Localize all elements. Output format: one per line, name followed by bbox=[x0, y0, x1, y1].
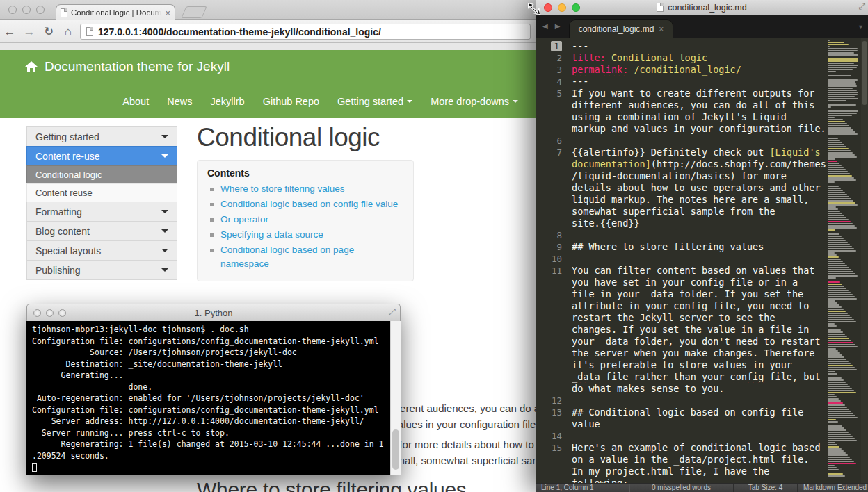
terminal-window[interactable]: 1. Python ⤢ tjohnson-mbpr13:jekyll-doc t… bbox=[26, 304, 401, 475]
minimap-row bbox=[828, 336, 847, 337]
terminal-resize-icon[interactable]: ⤢ bbox=[389, 306, 396, 318]
editor-back-icon[interactable]: ◀ bbox=[542, 22, 548, 30]
editor-minimize-icon[interactable] bbox=[558, 3, 566, 12]
terminal-body[interactable]: tjohnson-mbpr13:jekyll-doc tjohnson$ . d… bbox=[26, 321, 401, 475]
minimap-row bbox=[828, 463, 856, 464]
nav-item-more-drop-downs[interactable]: More drop-downs bbox=[431, 96, 518, 107]
sidebar-item-blog-content[interactable]: Blog content bbox=[26, 221, 177, 241]
minimap-row bbox=[828, 265, 847, 266]
minimap-row bbox=[828, 254, 837, 256]
toc-link[interactable]: Specifying a data source bbox=[220, 229, 323, 240]
minimap-row bbox=[828, 100, 846, 101]
minimap-row bbox=[828, 319, 854, 320]
minimap-row bbox=[828, 317, 852, 318]
minimap-row bbox=[828, 281, 840, 283]
sidebar-item-label: Conditional logic bbox=[35, 170, 102, 180]
sidebar-item-conditional-logic[interactable]: Conditional logic bbox=[26, 165, 177, 184]
toc-item: Specifying a data source bbox=[207, 228, 403, 242]
minimap[interactable] bbox=[828, 40, 860, 482]
terminal-scrollbar-thumb[interactable] bbox=[392, 429, 399, 470]
editor-window[interactable]: conditional_logic.md ⤢ ◀ ▶ conditional_l… bbox=[536, 0, 868, 492]
nav-item-news[interactable]: News bbox=[167, 96, 192, 107]
minimap-row bbox=[828, 200, 853, 202]
browser-tab[interactable]: Conditional logic | Docume × bbox=[56, 4, 175, 20]
minimap-row bbox=[828, 359, 846, 360]
minimap-row bbox=[828, 67, 857, 68]
code-line: 10 bbox=[536, 253, 868, 265]
line-number: 15 bbox=[536, 442, 572, 454]
toc-link[interactable]: Where to store filtering values bbox=[220, 183, 345, 194]
sidebar-item-content-reuse[interactable]: Content reuse bbox=[26, 183, 177, 202]
minimap-row bbox=[828, 158, 835, 160]
terminal-titlebar[interactable]: 1. Python ⤢ bbox=[26, 304, 401, 321]
code-text: permalink: /conditional_logic/ bbox=[572, 64, 868, 76]
sidebar-item-label: Getting started bbox=[35, 131, 99, 142]
minimap-row bbox=[828, 256, 839, 258]
sidebar-item-formatting[interactable]: Formatting bbox=[26, 202, 177, 222]
reload-icon[interactable]: ↻ bbox=[39, 26, 58, 38]
code-text bbox=[572, 229, 868, 241]
minimap-row bbox=[828, 284, 842, 285]
nav-item-about[interactable]: About bbox=[122, 96, 149, 107]
browser-window-controls[interactable] bbox=[8, 6, 45, 14]
forward-icon[interactable]: → bbox=[19, 26, 39, 38]
nav-item-jekyllrb[interactable]: Jekyllrb bbox=[210, 96, 244, 107]
code-text: different audiences, you can do all of t… bbox=[572, 99, 868, 111]
toc-link[interactable]: Or operator bbox=[220, 214, 268, 224]
editor-code-area[interactable]: 1---2title: Conditional logic3permalink:… bbox=[536, 38, 868, 483]
terminal-zoom-icon[interactable] bbox=[58, 309, 66, 317]
address-bar[interactable]: 127.0.0.1:4000/documentation-theme-jekyl… bbox=[80, 24, 531, 40]
line-number bbox=[536, 466, 572, 477]
toc-link[interactable]: Conditional logic based on page namespac… bbox=[220, 245, 354, 269]
terminal-window-controls[interactable] bbox=[33, 309, 66, 317]
maximize-window-icon[interactable] bbox=[36, 6, 45, 14]
chevron-down-icon bbox=[161, 135, 168, 138]
minimap-row bbox=[828, 290, 849, 291]
minimap-row bbox=[828, 113, 857, 114]
terminal-minimize-icon[interactable] bbox=[46, 309, 54, 317]
editor-tab-close-icon[interactable]: × bbox=[659, 24, 664, 34]
tab-close-icon[interactable]: × bbox=[165, 8, 170, 17]
home-icon[interactable]: ⌂ bbox=[58, 26, 78, 38]
new-tab-button[interactable] bbox=[181, 6, 207, 18]
status-tab-size[interactable]: Tab Size: 4 bbox=[734, 484, 798, 492]
terminal-close-icon[interactable] bbox=[33, 309, 41, 317]
minimap-row bbox=[828, 104, 856, 106]
nav-item-github-repo[interactable]: Github Repo bbox=[263, 96, 319, 107]
editor-close-icon[interactable] bbox=[544, 3, 552, 12]
code-line: changes. If you set the value in a file … bbox=[536, 324, 868, 336]
minimap-row bbox=[828, 211, 840, 212]
sidebar-item-getting-started[interactable]: Getting started bbox=[26, 126, 177, 147]
minimap-row bbox=[828, 148, 849, 149]
minimap-row bbox=[828, 386, 850, 387]
editor-scrollbar[interactable] bbox=[861, 38, 868, 483]
site-brand[interactable]: Documentation theme for Jekyll bbox=[25, 59, 230, 74]
editor-scrollbar-thumb[interactable] bbox=[862, 41, 867, 105]
minimize-window-icon[interactable] bbox=[22, 6, 31, 14]
sidebar-item-content-re-use[interactable]: Content re-use bbox=[26, 146, 177, 166]
terminal-scrollbar[interactable] bbox=[390, 321, 401, 475]
code-line: 4--- bbox=[536, 76, 868, 88]
editor-tab[interactable]: conditional_logic.md × bbox=[569, 19, 673, 38]
editor-resize-icon[interactable]: ⤢ bbox=[858, 1, 865, 11]
sidebar-item-publishing[interactable]: Publishing bbox=[26, 260, 177, 280]
nav-item-getting-started[interactable]: Getting started bbox=[337, 96, 412, 107]
status-spelling[interactable]: 0 misspelled words bbox=[629, 484, 734, 492]
editor-window-controls[interactable] bbox=[544, 3, 580, 12]
close-window-icon[interactable] bbox=[8, 6, 17, 14]
back-icon[interactable]: ← bbox=[0, 26, 19, 38]
editor-titlebar[interactable]: conditional_logic.md ⤢ bbox=[536, 0, 868, 15]
minimap-row bbox=[828, 373, 837, 375]
url-text[interactable]: 127.0.0.1:4000/documentation-theme-jekyl… bbox=[98, 26, 381, 38]
sidebar-item-special-layouts[interactable]: Special layouts bbox=[26, 240, 177, 261]
minimap-row bbox=[828, 261, 843, 262]
minimap-row bbox=[828, 127, 851, 129]
toc-link[interactable]: Conditional logic based on config file v… bbox=[220, 199, 398, 209]
editor-forward-icon[interactable]: ▶ bbox=[555, 22, 561, 30]
url-page-icon[interactable] bbox=[86, 27, 93, 36]
toc-item: Or operator bbox=[207, 213, 403, 227]
editor-overflow-icon[interactable]: ▼ bbox=[858, 24, 864, 31]
status-syntax[interactable]: Markdown Extended bbox=[798, 484, 868, 492]
minimap-row bbox=[828, 94, 858, 95]
editor-zoom-icon[interactable] bbox=[572, 3, 580, 12]
